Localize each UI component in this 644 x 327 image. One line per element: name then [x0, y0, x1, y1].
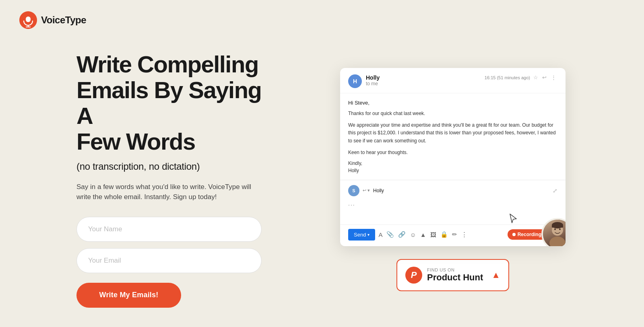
svg-rect-1 — [26, 16, 31, 22]
expand-icon[interactable]: ⤢ — [553, 187, 557, 194]
user-face — [543, 220, 566, 246]
signature-icon[interactable]: ✏ — [452, 231, 457, 238]
name-input[interactable] — [76, 217, 262, 242]
sender-info: H Holly to me — [348, 74, 380, 88]
email-greeting: Hi Steve, — [348, 100, 557, 106]
sender-avatar: H — [348, 74, 362, 88]
email-action-icons: ☆ ↩ ⋮ — [533, 74, 557, 81]
product-hunt-badge[interactable]: P FIND US ON Product Hunt ▲ — [396, 259, 509, 291]
header: VoiceType — [0, 0, 644, 40]
link-icon[interactable]: 🔗 — [398, 231, 406, 238]
svg-point-5 — [549, 237, 566, 246]
ph-p-letter: P — [411, 270, 417, 280]
reply-info: S ↩ ▾ Holly — [348, 185, 384, 196]
recording-button[interactable]: Recording — [508, 229, 546, 240]
reply-to-name: Holly — [373, 188, 384, 193]
emoji-icon[interactable]: ☺ — [410, 231, 416, 238]
ph-upvote-icon[interactable]: ▲ — [491, 270, 500, 280]
description: Say in a few words what you'd like to wr… — [76, 182, 262, 202]
main-content: Write Compelling Emails By Saying A Few … — [0, 40, 644, 327]
subheadline: (no transcription, no dictation) — [76, 161, 278, 172]
toolbar-icons: A 📎 🔗 ☺ ▲ 🖼 🔒 ✏ ⋮ — [378, 231, 504, 238]
email-time: 16:15 (51 minutes ago) — [485, 75, 530, 80]
email-body: Hi Steve, Thanks for our quick chat last… — [340, 93, 566, 180]
sender-to: to me — [366, 81, 380, 86]
email-paragraph-3: Keen to hear your thoughts. — [348, 149, 557, 156]
cta-button[interactable]: Write My Emails! — [76, 283, 181, 308]
headline: Write Compelling Emails By Saying A Few … — [76, 51, 278, 154]
email-paragraph-1: Thanks for our quick chat last week. — [348, 110, 557, 117]
email-signoff-name: Holly — [348, 168, 557, 173]
reply-arrows-icon: ↩ ▾ — [363, 188, 370, 193]
sender-details: Holly to me — [366, 74, 380, 86]
ph-icon: P — [405, 267, 422, 284]
signup-form: Write My Emails! — [76, 217, 278, 308]
left-section: Write Compelling Emails By Saying A Few … — [76, 51, 278, 307]
email-paragraph-2: We appreciate your time and expertise an… — [348, 121, 557, 145]
drive-icon[interactable]: ▲ — [420, 231, 426, 238]
star-icon[interactable]: ☆ — [533, 74, 540, 81]
logo[interactable]: VoiceType — [19, 11, 86, 29]
ph-find-us-label: FIND US ON — [427, 267, 483, 272]
ph-name: Product Hunt — [427, 272, 483, 283]
send-button[interactable]: Send ▾ — [348, 229, 375, 241]
send-dropdown-arrow: ▾ — [367, 232, 369, 237]
reply-header: S ↩ ▾ Holly ⤢ — [348, 185, 557, 196]
reply-dots: ··· — [348, 202, 355, 208]
svg-point-6 — [554, 228, 556, 230]
email-mockup: H Holly to me 16:15 (51 minutes ago) ☆ ↩… — [340, 68, 566, 246]
email-toolbar: Send ▾ A 📎 🔗 ☺ ▲ 🖼 🔒 ✏ ⋮ — [340, 224, 566, 246]
logo-icon — [19, 11, 37, 29]
email-input[interactable] — [76, 248, 262, 273]
reply-avatar: S — [348, 185, 359, 196]
right-section: H Holly to me 16:15 (51 minutes ago) ☆ ↩… — [310, 68, 596, 291]
ph-text-group: FIND US ON Product Hunt — [427, 267, 483, 283]
lock-icon[interactable]: 🔒 — [440, 231, 448, 238]
email-closing: Kindly, — [348, 160, 557, 166]
svg-point-7 — [559, 228, 561, 230]
recording-dot — [512, 233, 516, 236]
cursor — [508, 213, 518, 226]
email-meta: 16:15 (51 minutes ago) ☆ ↩ ⋮ — [485, 74, 557, 81]
email-header: H Holly to me 16:15 (51 minutes ago) ☆ ↩… — [340, 68, 566, 93]
page: VoiceType Write Compelling Emails By Say… — [0, 0, 644, 327]
attachment-icon[interactable]: 📎 — [386, 231, 394, 238]
more-icon[interactable]: ⋮ — [551, 74, 557, 81]
reply-body[interactable]: ··· — [348, 199, 557, 220]
format-icon[interactable]: A — [378, 231, 382, 238]
ph-left: P FIND US ON Product Hunt — [405, 267, 483, 284]
reply-section: S ↩ ▾ Holly ⤢ ··· — [340, 180, 566, 224]
sender-name: Holly — [366, 74, 380, 81]
brand-name: VoiceType — [41, 14, 86, 26]
more-options-icon[interactable]: ⋮ — [461, 231, 467, 238]
photo-icon[interactable]: 🖼 — [430, 231, 436, 238]
reply-icon[interactable]: ↩ — [542, 74, 549, 81]
svg-rect-9 — [552, 225, 563, 228]
